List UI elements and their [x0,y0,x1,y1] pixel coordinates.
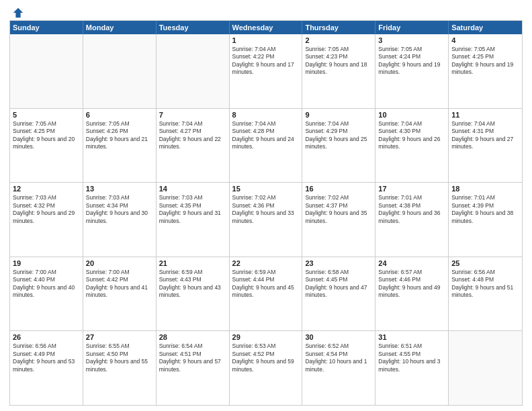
calendar-row-4: 26Sunrise: 6:56 AMSunset: 4:49 PMDayligh… [10,330,522,405]
calendar-row-0: 1Sunrise: 7:04 AMSunset: 4:22 PMDaylight… [10,34,522,108]
header [9,7,523,16]
calendar-row-2: 12Sunrise: 7:03 AMSunset: 4:32 PMDayligh… [10,182,522,257]
logo-area [9,7,24,16]
calendar-cell-0-4: 2Sunrise: 7:05 AMSunset: 4:23 PMDaylight… [302,34,375,108]
calendar-body: 1Sunrise: 7:04 AMSunset: 4:22 PMDaylight… [10,34,522,405]
calendar-cell-3-3: 22Sunrise: 6:59 AMSunset: 4:44 PMDayligh… [230,257,303,331]
calendar-cell-1-1: 6Sunrise: 7:05 AMSunset: 4:26 PMDaylight… [83,109,157,183]
day-number: 11 [451,111,519,119]
day-info: Sunrise: 7:05 AMSunset: 4:26 PMDaylight:… [86,120,153,151]
day-info: Sunrise: 7:02 AMSunset: 4:36 PMDaylight:… [232,194,300,225]
calendar-cell-0-0 [10,34,83,108]
calendar-cell-3-1: 20Sunrise: 7:00 AMSunset: 4:42 PMDayligh… [83,257,157,331]
day-info: Sunrise: 6:56 AMSunset: 4:49 PMDaylight:… [13,342,80,373]
calendar: Sunday Monday Tuesday Wednesday Thursday… [9,20,523,406]
day-number: 7 [159,111,226,119]
calendar-cell-4-2: 28Sunrise: 6:54 AMSunset: 4:51 PMDayligh… [157,331,230,405]
day-info: Sunrise: 7:04 AMSunset: 4:27 PMDaylight:… [159,120,226,151]
day-info: Sunrise: 6:52 AMSunset: 4:54 PMDaylight:… [305,342,372,373]
calendar-cell-4-3: 29Sunrise: 6:53 AMSunset: 4:52 PMDayligh… [230,331,303,405]
day-number: 13 [86,185,153,193]
day-number: 18 [451,185,519,193]
day-number: 23 [305,259,372,267]
day-number: 14 [159,185,226,193]
day-info: Sunrise: 6:55 AMSunset: 4:50 PMDaylight:… [86,342,153,373]
logo-icon [12,7,24,19]
day-number: 24 [378,259,445,267]
day-info: Sunrise: 7:03 AMSunset: 4:35 PMDaylight:… [159,194,226,225]
day-info: Sunrise: 7:00 AMSunset: 4:42 PMDaylight:… [86,269,153,300]
calendar-cell-3-4: 23Sunrise: 6:58 AMSunset: 4:45 PMDayligh… [302,257,375,331]
calendar-cell-2-4: 16Sunrise: 7:02 AMSunset: 4:37 PMDayligh… [302,183,375,257]
day-number: 9 [305,111,372,119]
day-info: Sunrise: 7:05 AMSunset: 4:24 PMDaylight:… [378,46,445,77]
calendar-cell-0-3: 1Sunrise: 7:04 AMSunset: 4:22 PMDaylight… [230,34,303,108]
page: Sunday Monday Tuesday Wednesday Thursday… [0,0,532,411]
day-number: 26 [13,333,80,341]
day-info: Sunrise: 6:53 AMSunset: 4:52 PMDaylight:… [232,342,300,373]
calendar-cell-0-5: 3Sunrise: 7:05 AMSunset: 4:24 PMDaylight… [375,34,449,108]
calendar-cell-1-4: 9Sunrise: 7:04 AMSunset: 4:29 PMDaylight… [302,109,375,183]
calendar-cell-3-6: 25Sunrise: 6:56 AMSunset: 4:48 PMDayligh… [449,257,522,331]
calendar-cell-4-0: 26Sunrise: 6:56 AMSunset: 4:49 PMDayligh… [10,331,83,405]
day-number: 8 [232,111,300,119]
calendar-cell-4-5: 31Sunrise: 6:51 AMSunset: 4:55 PMDayligh… [375,331,449,405]
day-info: Sunrise: 7:04 AMSunset: 4:28 PMDaylight:… [232,120,300,151]
day-number: 4 [451,36,519,44]
calendar-cell-0-6: 4Sunrise: 7:05 AMSunset: 4:25 PMDaylight… [449,34,522,108]
day-info: Sunrise: 7:04 AMSunset: 4:30 PMDaylight:… [378,120,445,151]
calendar-cell-3-0: 19Sunrise: 7:00 AMSunset: 4:40 PMDayligh… [10,257,83,331]
day-info: Sunrise: 7:04 AMSunset: 4:29 PMDaylight:… [305,120,372,151]
calendar-cell-2-0: 12Sunrise: 7:03 AMSunset: 4:32 PMDayligh… [10,183,83,257]
day-number: 27 [86,333,153,341]
day-number: 19 [13,259,80,267]
calendar-cell-4-4: 30Sunrise: 6:52 AMSunset: 4:54 PMDayligh… [302,331,375,405]
day-number: 10 [378,111,445,119]
day-number: 20 [86,259,153,267]
day-number: 28 [159,333,226,341]
calendar-row-3: 19Sunrise: 7:00 AMSunset: 4:40 PMDayligh… [10,257,522,331]
calendar-cell-4-6 [449,331,522,405]
day-info: Sunrise: 6:59 AMSunset: 4:43 PMDaylight:… [159,269,226,300]
header-wednesday: Wednesday [230,21,303,34]
day-info: Sunrise: 7:04 AMSunset: 4:31 PMDaylight:… [451,120,519,151]
calendar-cell-1-5: 10Sunrise: 7:04 AMSunset: 4:30 PMDayligh… [375,109,449,183]
calendar-cell-3-2: 21Sunrise: 6:59 AMSunset: 4:43 PMDayligh… [157,257,230,331]
day-info: Sunrise: 7:03 AMSunset: 4:32 PMDaylight:… [13,194,80,225]
day-number: 3 [378,36,445,44]
calendar-cell-1-2: 7Sunrise: 7:04 AMSunset: 4:27 PMDaylight… [157,109,230,183]
calendar-cell-3-5: 24Sunrise: 6:57 AMSunset: 4:46 PMDayligh… [375,257,449,331]
header-saturday: Saturday [449,21,522,34]
day-info: Sunrise: 7:04 AMSunset: 4:22 PMDaylight:… [232,46,300,77]
day-info: Sunrise: 6:59 AMSunset: 4:44 PMDaylight:… [232,269,300,300]
calendar-cell-2-5: 17Sunrise: 7:01 AMSunset: 4:38 PMDayligh… [375,183,449,257]
day-number: 31 [378,333,445,341]
day-info: Sunrise: 6:57 AMSunset: 4:46 PMDaylight:… [378,269,445,300]
day-number: 15 [232,185,300,193]
day-number: 17 [378,185,445,193]
day-info: Sunrise: 7:05 AMSunset: 4:25 PMDaylight:… [13,120,80,151]
calendar-cell-2-2: 14Sunrise: 7:03 AMSunset: 4:35 PMDayligh… [157,183,230,257]
header-sunday: Sunday [10,21,83,34]
header-thursday: Thursday [302,21,375,34]
day-number: 29 [232,333,300,341]
day-number: 16 [305,185,372,193]
day-info: Sunrise: 7:01 AMSunset: 4:39 PMDaylight:… [451,194,519,225]
day-number: 5 [13,111,80,119]
day-number: 12 [13,185,80,193]
calendar-cell-0-1 [83,34,157,108]
svg-marker-0 [13,8,23,17]
day-number: 2 [305,36,372,44]
day-info: Sunrise: 7:02 AMSunset: 4:37 PMDaylight:… [305,194,372,225]
calendar-cell-4-1: 27Sunrise: 6:55 AMSunset: 4:50 PMDayligh… [83,331,157,405]
day-info: Sunrise: 6:58 AMSunset: 4:45 PMDaylight:… [305,269,372,300]
header-friday: Friday [375,21,449,34]
day-number: 1 [232,36,300,44]
calendar-cell-1-6: 11Sunrise: 7:04 AMSunset: 4:31 PMDayligh… [449,109,522,183]
calendar-cell-2-6: 18Sunrise: 7:01 AMSunset: 4:39 PMDayligh… [449,183,522,257]
calendar-cell-2-3: 15Sunrise: 7:02 AMSunset: 4:36 PMDayligh… [230,183,303,257]
day-number: 25 [451,259,519,267]
calendar-header: Sunday Monday Tuesday Wednesday Thursday… [10,21,522,34]
day-info: Sunrise: 6:51 AMSunset: 4:55 PMDaylight:… [378,342,445,373]
header-tuesday: Tuesday [157,21,230,34]
